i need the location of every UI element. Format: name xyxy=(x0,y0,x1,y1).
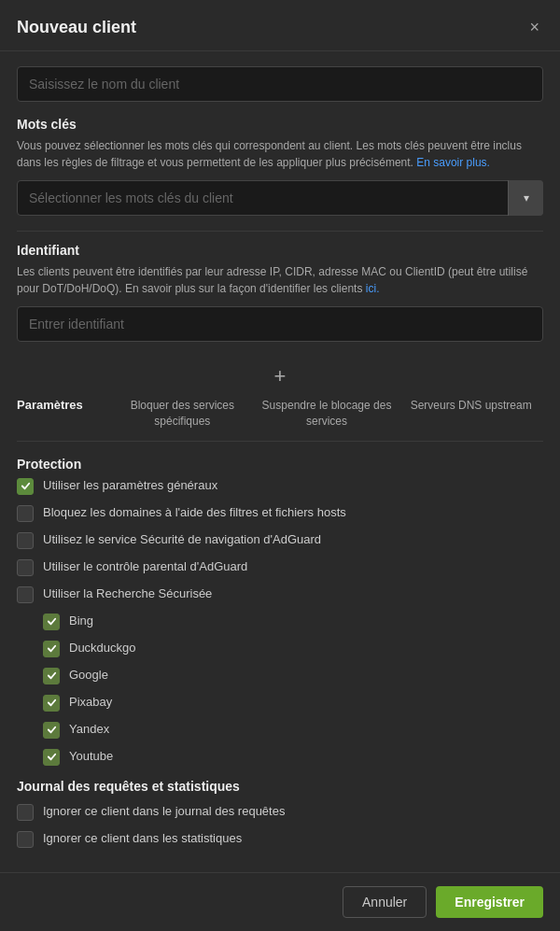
checkbox-0[interactable] xyxy=(17,478,34,495)
close-button[interactable]: × xyxy=(525,15,543,39)
add-button-row: + xyxy=(17,366,543,387)
checkbox-label-1: Bloquez les domaines à l'aide des filtre… xyxy=(43,504,346,521)
checkbox-2[interactable] xyxy=(17,532,34,549)
add-identifier-button[interactable]: + xyxy=(267,366,294,387)
safe-search-row-4: Yandex xyxy=(43,721,543,739)
checkbox-label-2: Utilisez le service Sécurité de navigati… xyxy=(43,531,321,548)
safe-search-checkbox-4[interactable] xyxy=(43,722,60,739)
checkbox-row-3: Utiliser le contrôle parental d'AdGuard xyxy=(17,558,543,576)
params-row: Paramètres Bloquer des services spécifiq… xyxy=(17,398,543,442)
journal-checkbox-label-1: Ignorer ce client dans les statistiques xyxy=(43,830,242,847)
keywords-link[interactable]: En savoir plus. xyxy=(416,156,490,169)
checkbox-row-2: Utilisez le service Sécurité de navigati… xyxy=(17,531,543,549)
safe-search-list: Bing Duckduckgo Google xyxy=(43,613,543,766)
safe-search-row-2: Google xyxy=(43,667,543,684)
safe-search-label-4: Yandex xyxy=(69,721,109,738)
modal-footer: Annuler Enregistrer xyxy=(0,872,560,931)
journal-checkbox-row-1: Ignorer ce client dans les statistiques xyxy=(17,830,543,848)
safe-search-label-2: Google xyxy=(69,667,108,684)
checkbox-1[interactable] xyxy=(17,505,34,522)
params-option-3[interactable]: Serveurs DNS upstream xyxy=(399,398,543,430)
checkbox-row-4: Utiliser la Recherche Sécurisée xyxy=(17,585,543,603)
journal-checkbox-0[interactable] xyxy=(17,804,34,821)
keywords-select-wrapper: Sélectionner les mots clés du client ▾ xyxy=(17,180,543,216)
protection-title: Protection xyxy=(17,457,543,472)
journal-section: Journal des requêtes et statistiques Ign… xyxy=(17,779,543,848)
save-button[interactable]: Enregistrer xyxy=(436,886,543,918)
protection-section: Protection Utiliser les paramètres génér… xyxy=(17,457,543,766)
journal-checkbox-label-0: Ignorer ce client dans le journal des re… xyxy=(43,803,285,820)
journal-checkbox-1[interactable] xyxy=(17,831,34,848)
safe-search-label-0: Bing xyxy=(69,613,93,629)
checkbox-label-3: Utiliser le contrôle parental d'AdGuard xyxy=(43,558,247,575)
checkbox-label-4: Utiliser la Recherche Sécurisée xyxy=(43,585,212,602)
keywords-description: Vous pouvez sélectionner les mots clés q… xyxy=(17,137,543,171)
params-label: Paramètres xyxy=(17,398,101,430)
checkbox-3[interactable] xyxy=(17,559,34,576)
identifiant-link[interactable]: ici. xyxy=(366,282,380,295)
checkbox-4[interactable] xyxy=(17,586,34,603)
safe-search-label-3: Pixabay xyxy=(69,694,112,711)
identifiant-description: Les clients peuvent être identifiés par … xyxy=(17,263,543,297)
checkbox-row-0: Utiliser les paramètres généraux xyxy=(17,477,543,495)
keywords-section: Mots clés Vous pouvez sélectionner les m… xyxy=(17,117,543,216)
safe-search-checkbox-3[interactable] xyxy=(43,695,60,712)
keywords-title: Mots clés xyxy=(17,117,543,132)
journal-title: Journal des requêtes et statistiques xyxy=(17,779,543,794)
safe-search-label-1: Duckduckgo xyxy=(69,640,136,656)
checkbox-label-0: Utiliser les paramètres généraux xyxy=(43,477,217,494)
client-name-input[interactable] xyxy=(17,66,543,102)
safe-search-row-5: Youtube xyxy=(43,748,543,766)
modal-title: Nouveau client xyxy=(17,18,136,37)
identifiant-section: Identifiant Les clients peuvent être ide… xyxy=(17,243,543,353)
divider-1 xyxy=(17,231,543,232)
identifiant-title: Identifiant xyxy=(17,243,543,258)
modal-body: Mots clés Vous pouvez sélectionner les m… xyxy=(0,51,560,872)
safe-search-row-0: Bing xyxy=(43,613,543,630)
safe-search-row-1: Duckduckgo xyxy=(43,640,543,657)
checkbox-row-1: Bloquez les domaines à l'aide des filtre… xyxy=(17,504,543,522)
identifier-input[interactable] xyxy=(17,306,543,342)
modal-dialog: Nouveau client × Mots clés Vous pouvez s… xyxy=(0,0,560,931)
safe-search-checkbox-2[interactable] xyxy=(43,668,60,684)
params-option-1[interactable]: Bloquer des services spécifiques xyxy=(110,398,255,430)
cancel-button[interactable]: Annuler xyxy=(343,886,427,918)
safe-search-row-3: Pixabay xyxy=(43,694,543,712)
safe-search-label-5: Youtube xyxy=(69,748,113,765)
safe-search-checkbox-5[interactable] xyxy=(43,749,60,766)
modal-header: Nouveau client × xyxy=(0,0,560,51)
safe-search-checkbox-0[interactable] xyxy=(43,614,60,630)
journal-checkbox-row-0: Ignorer ce client dans le journal des re… xyxy=(17,803,543,821)
safe-search-checkbox-1[interactable] xyxy=(43,641,60,657)
params-option-2[interactable]: Suspendre le blocage des services xyxy=(255,398,399,430)
keywords-select[interactable]: Sélectionner les mots clés du client xyxy=(17,180,543,216)
